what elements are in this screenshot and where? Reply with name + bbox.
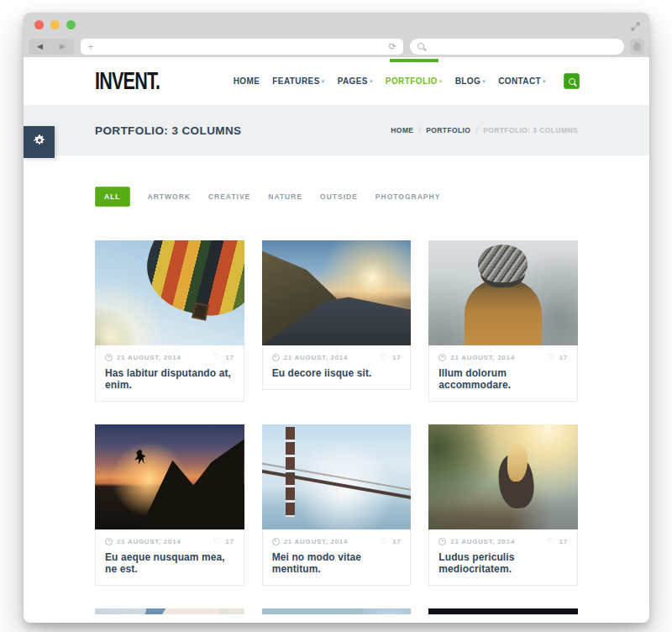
browser-toolbar: ◀ ▶ + ⟳ bbox=[24, 35, 649, 57]
portfolio-card: 21 AUGUST, 2014 ♡ 17 Eu aeque nusquam me… bbox=[95, 424, 244, 586]
history-nav-group: ◀ ▶ bbox=[29, 39, 74, 55]
portfolio-image-city-night-lights[interactable] bbox=[428, 608, 578, 614]
heart-icon[interactable]: ♡ bbox=[380, 537, 388, 545]
filter-nature[interactable]: NATURE bbox=[268, 192, 302, 201]
minimize-window-button[interactable] bbox=[50, 20, 60, 29]
nav-item-blog[interactable]: BLOG ▾ bbox=[455, 76, 486, 86]
page-title: PORTFOLIO: 3 COLUMNS bbox=[95, 124, 242, 137]
refresh-icon[interactable]: ⟳ bbox=[389, 41, 396, 52]
breadcrumb-item[interactable]: HOME bbox=[391, 126, 413, 134]
clock-icon bbox=[105, 354, 113, 361]
card-caption: 21 AUGUST, 2014 ♡ 17 Eu decore iisque si… bbox=[262, 345, 412, 390]
card-title[interactable]: Mei no modo vitae mentitum. bbox=[272, 551, 402, 575]
card-likes: 17 bbox=[392, 538, 401, 545]
portfolio-grid: 21 AUGUST, 2014 ♡ 17 Has labitur disputa… bbox=[95, 240, 578, 614]
filter-creative[interactable]: CREATIVE bbox=[208, 192, 250, 201]
nav-item-contact[interactable]: CONTACT ▾ bbox=[498, 76, 546, 86]
card-likes: 17 bbox=[559, 538, 568, 545]
nav-item-portfolio[interactable]: PORTFOLIO ▾ bbox=[386, 76, 443, 86]
nav-item-label: FEATURES bbox=[272, 76, 319, 86]
chevron-down-icon: ▾ bbox=[543, 78, 546, 85]
breadcrumb: HOME/PORTFOLIO/PORTFOLIO: 3 COLUMNS bbox=[391, 126, 578, 134]
heart-icon[interactable]: ♡ bbox=[547, 537, 555, 545]
heart-icon[interactable]: ♡ bbox=[213, 537, 222, 545]
portfolio-card: 21 AUGUST, 2014 ♡ 17 Has labitur disputa… bbox=[95, 240, 244, 402]
card-date: 21 AUGUST, 2014 bbox=[284, 354, 348, 361]
card-date: 21 AUGUST, 2014 bbox=[284, 538, 348, 545]
search-icon bbox=[417, 43, 424, 50]
heart-icon[interactable]: ♡ bbox=[547, 353, 555, 361]
clock-icon bbox=[438, 538, 446, 545]
page-title-bar: PORTFOLIO: 3 COLUMNS HOME/PORTFOLIO/PORT… bbox=[24, 105, 649, 155]
traffic-lights bbox=[34, 20, 76, 29]
filter-photography[interactable]: PHOTOGRAPHY bbox=[375, 192, 440, 201]
card-caption: 21 AUGUST, 2014 ♡ 17 Illum dolorum accom… bbox=[428, 345, 578, 402]
card-date: 21 AUGUST, 2014 bbox=[450, 354, 514, 361]
downloads-button[interactable] bbox=[630, 39, 644, 55]
portfolio-card bbox=[262, 608, 412, 614]
nav-item-label: BLOG bbox=[455, 76, 481, 86]
portfolio-card: 21 AUGUST, 2014 ♡ 17 Eu decore iisque si… bbox=[262, 240, 412, 402]
card-caption: 21 AUGUST, 2014 ♡ 17 Has labitur disputa… bbox=[95, 345, 244, 402]
portfolio-image-person-cream-sweater[interactable] bbox=[95, 608, 244, 614]
portfolio-image-golden-gate-bridge-fog[interactable] bbox=[262, 424, 412, 529]
card-meta: 21 AUGUST, 2014 ♡ 17 bbox=[438, 537, 568, 545]
card-title[interactable]: Eu aeque nusquam mea, ne est. bbox=[105, 551, 234, 575]
portfolio-card: 21 AUGUST, 2014 ♡ 17 Illum dolorum accom… bbox=[428, 240, 578, 402]
forward-button[interactable]: ▶ bbox=[60, 42, 66, 50]
filter-all[interactable]: ALL bbox=[95, 187, 130, 207]
chevron-down-icon: ▾ bbox=[370, 78, 373, 85]
portfolio-image-hot-air-balloon[interactable] bbox=[95, 240, 244, 345]
browser-chrome: ◀ ▶ + ⟳ bbox=[24, 13, 649, 57]
portfolio-image-girl-sitting-lake-sun[interactable] bbox=[428, 424, 578, 529]
nav-item-home[interactable]: HOME bbox=[234, 76, 260, 86]
card-meta: 21 AUGUST, 2014 ♡ 17 bbox=[438, 353, 568, 361]
card-date: 21 AUGUST, 2014 bbox=[117, 538, 181, 545]
browser-window: ◀ ▶ + ⟳ INVENT. HOME FEATURES ▾ PAGES ▾ … bbox=[24, 13, 649, 623]
nav-item-label: CONTACT bbox=[498, 76, 541, 86]
browser-search-field[interactable] bbox=[410, 39, 624, 55]
portfolio-image-person-beanie-fog[interactable] bbox=[428, 240, 578, 345]
breadcrumb-separator: / bbox=[475, 126, 478, 134]
card-title[interactable]: Has labitur disputando at, enim. bbox=[105, 367, 234, 391]
site-logo[interactable]: INVENT. bbox=[95, 66, 160, 95]
card-meta: 21 AUGUST, 2014 ♡ 17 bbox=[272, 353, 402, 361]
header-search-button[interactable] bbox=[564, 73, 580, 89]
main-navigation: HOME FEATURES ▾ PAGES ▾ PORTFOLIO ▾ BLOG… bbox=[234, 73, 649, 89]
portfolio-image-jumping-silhouette-sunset[interactable] bbox=[95, 424, 244, 529]
heart-icon[interactable]: ♡ bbox=[380, 353, 388, 361]
new-tab-icon[interactable]: + bbox=[87, 41, 94, 52]
breadcrumb-item[interactable]: PORTFOLIO: 3 COLUMNS bbox=[483, 126, 578, 134]
zoom-window-button[interactable] bbox=[66, 20, 76, 29]
card-title[interactable]: Illum dolorum accommodare. bbox=[438, 367, 568, 391]
portfolio-content: ALLARTWORKCREATIVENATUREOUTSIDEPHOTOGRAP… bbox=[24, 187, 649, 614]
close-window-button[interactable] bbox=[34, 20, 44, 29]
filter-artwork[interactable]: ARTWORK bbox=[148, 192, 191, 201]
heart-icon[interactable]: ♡ bbox=[213, 353, 222, 361]
chevron-down-icon: ▾ bbox=[439, 78, 443, 85]
card-date: 21 AUGUST, 2014 bbox=[450, 538, 514, 545]
card-meta: 21 AUGUST, 2014 ♡ 17 bbox=[105, 537, 234, 545]
card-likes: 17 bbox=[225, 538, 234, 545]
card-title[interactable]: Ludus periculis mediocritatem. bbox=[438, 551, 568, 575]
clock-icon bbox=[272, 354, 280, 361]
portfolio-card bbox=[95, 608, 244, 614]
nav-item-pages[interactable]: PAGES ▾ bbox=[338, 76, 373, 86]
card-caption: 21 AUGUST, 2014 ♡ 17 Eu aeque nusquam me… bbox=[95, 529, 244, 586]
nav-item-features[interactable]: FEATURES ▾ bbox=[272, 76, 324, 86]
nav-item-label: PAGES bbox=[338, 76, 368, 86]
address-bar[interactable]: + ⟳ bbox=[81, 39, 403, 55]
portfolio-image-mountain-road-sunset[interactable] bbox=[262, 240, 412, 345]
chevron-down-icon: ▾ bbox=[322, 78, 325, 85]
portfolio-image-beer-bottles-sunset[interactable] bbox=[262, 608, 412, 614]
card-title[interactable]: Eu decore iisque sit. bbox=[272, 367, 402, 379]
gear-icon bbox=[33, 134, 46, 150]
downloads-icon bbox=[633, 42, 641, 51]
back-button[interactable]: ◀ bbox=[37, 42, 43, 50]
card-date: 21 AUGUST, 2014 bbox=[117, 354, 181, 361]
resize-icon[interactable] bbox=[631, 19, 640, 34]
settings-panel-toggle[interactable] bbox=[24, 126, 55, 158]
filter-outside[interactable]: OUTSIDE bbox=[320, 192, 358, 201]
breadcrumb-item[interactable]: PORTFOLIO bbox=[426, 126, 470, 134]
portfolio-card bbox=[428, 608, 578, 614]
